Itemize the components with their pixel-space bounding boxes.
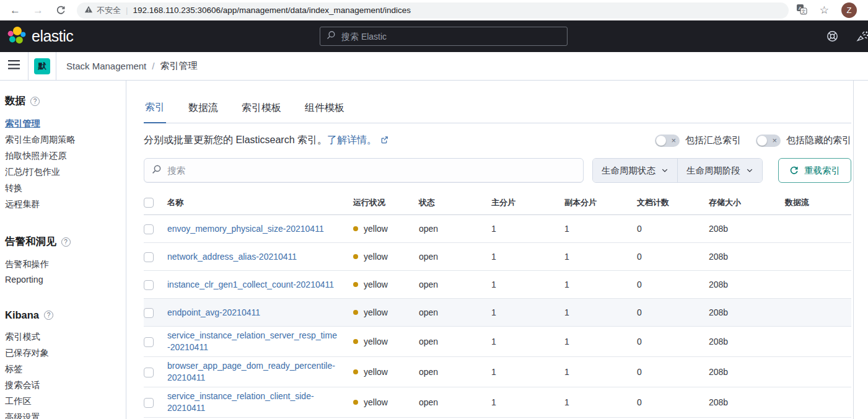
tab[interactable]: 索引 — [144, 95, 166, 123]
row-checkbox[interactable] — [144, 308, 154, 318]
cell-primaries: 1 — [491, 387, 564, 418]
index-name-link[interactable]: endpoint_avg-20210411 — [167, 307, 260, 319]
sidebar-item[interactable]: 搜索会话 — [5, 377, 118, 392]
toggle-group: × 包括汇总索引 × 包括隐藏的索引 — [655, 135, 851, 147]
index-search-input[interactable] — [167, 165, 576, 175]
toggle-label: 包括隐藏的索引 — [786, 135, 851, 146]
page-description: 分别或批量更新您的 Elasticsearch 索引。 — [144, 134, 327, 147]
row-checkbox[interactable] — [144, 224, 154, 234]
sidebar-item[interactable]: 高级设置 — [5, 410, 118, 419]
screen: ← → 不安全 | 192.168.110.235:30606/app/mana… — [0, 0, 868, 419]
cell-primaries: 1 — [491, 215, 564, 243]
menu-toggle[interactable] — [0, 52, 28, 80]
row-checkbox[interactable] — [144, 368, 154, 377]
sidebar-item[interactable]: 拍取快照并还原 — [5, 148, 118, 163]
bookmark-star-icon[interactable]: ☆ — [820, 5, 829, 15]
tab[interactable]: 索引模板 — [240, 95, 283, 123]
cell-datastream — [785, 357, 851, 387]
index-name-link[interactable]: service_instance_relation_client_side-20… — [167, 390, 340, 414]
health-dot-icon — [353, 282, 358, 287]
cell-docs: 0 — [637, 271, 709, 299]
sidebar-item[interactable]: 标签 — [5, 361, 118, 376]
cell-name: endpoint_avg-20210411 — [167, 299, 353, 327]
toggle-switch[interactable]: × — [756, 135, 781, 147]
page-scrollbar[interactable] — [853, 81, 854, 419]
column-header-name[interactable]: 名称 — [167, 192, 353, 215]
column-header-replicas[interactable]: 副本分片 — [564, 192, 637, 215]
tab[interactable]: 组件模板 — [304, 95, 346, 123]
filter-dropdown[interactable]: 生命周期状态 — [593, 159, 677, 182]
sidebar-item[interactable]: 索引管理 — [5, 116, 118, 131]
index-name-link[interactable]: browser_app_page_dom_ready_percentile-20… — [167, 360, 340, 384]
security-label: 不安全 — [97, 5, 121, 16]
cell-status: open — [419, 357, 491, 387]
reload-indices-button[interactable]: 重载索引 — [778, 158, 851, 183]
breadcrumb-separator: / — [152, 61, 154, 71]
address-bar[interactable]: 不安全 | 192.168.110.235:30606/app/manageme… — [77, 2, 789, 19]
learn-more-link[interactable]: 了解详情。 — [327, 134, 377, 147]
sidebar-item[interactable]: 汇总/打包作业 — [5, 164, 118, 179]
toggle[interactable]: × 包括汇总索引 — [655, 135, 741, 147]
help-icon[interactable] — [826, 30, 839, 45]
browser-profile-avatar[interactable]: Z — [841, 2, 857, 18]
elastic-brand[interactable]: elastic — [7, 26, 73, 47]
global-search-input[interactable] — [341, 32, 561, 42]
global-search[interactable] — [320, 27, 568, 46]
cell-select — [144, 387, 167, 418]
cell-name: envoy_memory_physical_size-20210411 — [167, 215, 353, 243]
cell-primaries: 1 — [491, 357, 564, 387]
sidebar-item[interactable]: Reporting — [5, 273, 118, 286]
cell-datastream — [785, 387, 851, 418]
column-header-primaries[interactable]: 主分片 — [491, 192, 564, 215]
section-title-alerts: 告警和洞见 ? — [5, 235, 118, 249]
toggle-knob — [757, 136, 767, 146]
index-name-link[interactable]: network_address_alias-20210411 — [167, 251, 297, 263]
column-header-status[interactable]: 状态 — [419, 192, 491, 215]
site-security-icon[interactable] — [84, 5, 93, 16]
browser-back-icon[interactable]: ← — [10, 5, 20, 15]
row-checkbox[interactable] — [144, 252, 154, 262]
index-name-link[interactable]: instance_clr_gen1_collect_count-20210411 — [167, 279, 334, 291]
cell-replicas: 1 — [564, 327, 637, 357]
cell-health: yellow — [353, 327, 419, 357]
tab[interactable]: 数据流 — [187, 95, 219, 123]
sidebar-item[interactable]: 远程集群 — [5, 196, 118, 211]
newsfeed-icon[interactable] — [856, 30, 868, 46]
sidebar-item[interactable]: 索引模式 — [5, 329, 118, 344]
column-header-size[interactable]: 存储大小 — [709, 192, 785, 215]
cell-replicas: 1 — [564, 299, 637, 327]
cell-select — [144, 271, 167, 299]
sidebar-item[interactable]: 告警和操作 — [5, 257, 118, 271]
browser-forward-icon[interactable]: → — [33, 5, 43, 15]
sidebar-item[interactable]: 转换 — [5, 180, 118, 195]
breadcrumb-stack-management[interactable]: Stack Management — [66, 61, 146, 71]
cell-status: open — [419, 243, 491, 271]
table-row: envoy_memory_physical_size-20210411 yell… — [144, 215, 851, 243]
space-selector[interactable]: 默 — [28, 52, 56, 80]
column-header-datastream[interactable]: 数据流 — [785, 192, 851, 215]
sidebar-item[interactable]: 工作区 — [5, 394, 118, 408]
url-text[interactable]: 192.168.110.235:30606/app/management/dat… — [133, 6, 411, 15]
select-all-checkbox[interactable] — [144, 198, 154, 208]
index-name-link[interactable]: service_instance_relation_server_resp_ti… — [167, 330, 340, 353]
filter-dropdown[interactable]: 生命周期阶段 — [677, 159, 762, 182]
toggle[interactable]: × 包括隐藏的索引 — [756, 135, 851, 147]
browser-reload-icon[interactable] — [56, 6, 66, 15]
column-header-docs[interactable]: 文档计数 — [637, 192, 709, 215]
translate-icon[interactable]: A文 — [796, 4, 807, 17]
index-search[interactable] — [144, 158, 584, 183]
column-header-health[interactable]: 运行状况 — [353, 192, 419, 215]
sidebar-item[interactable]: 索引生命周期策略 — [5, 132, 118, 147]
toggle-label: 包括汇总索引 — [685, 135, 741, 146]
search-icon — [152, 164, 162, 177]
space-badge[interactable]: 默 — [34, 58, 50, 74]
description-row: 分别或批量更新您的 Elasticsearch 索引。 了解详情。 × — [144, 134, 851, 147]
filter-group: 生命周期状态 生命周期阶段 — [592, 158, 763, 183]
index-name-link[interactable]: envoy_memory_physical_size-20210411 — [167, 223, 324, 235]
row-checkbox[interactable] — [144, 337, 154, 347]
toggle-switch[interactable]: × — [655, 135, 680, 147]
cell-name: browser_app_page_dom_ready_percentile-20… — [167, 357, 353, 387]
sidebar-item[interactable]: 已保存对象 — [5, 345, 118, 360]
row-checkbox[interactable] — [144, 398, 154, 408]
row-checkbox[interactable] — [144, 280, 154, 290]
